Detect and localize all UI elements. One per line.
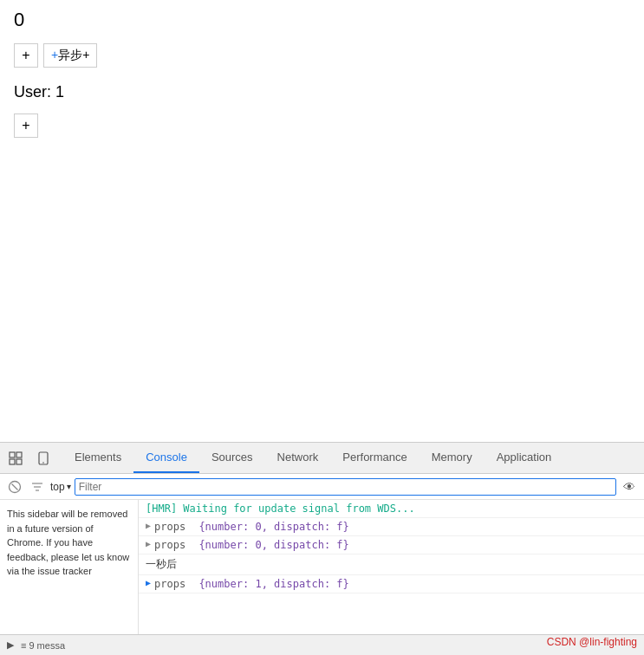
console-filter-input[interactable] xyxy=(75,478,616,496)
console-msg-chinese: 一秒后 xyxy=(139,554,644,575)
tab-console[interactable]: Console xyxy=(133,443,199,473)
tab-performance[interactable]: Performance xyxy=(330,443,419,473)
console-output-area: This sidebar will be removed in a future… xyxy=(0,500,644,634)
message-count: 9 messa xyxy=(29,640,65,651)
svg-line-7 xyxy=(12,483,18,490)
sidebar-text: This sidebar will be removed in a future… xyxy=(7,509,129,576)
chinese-text: 一秒后 xyxy=(146,557,177,572)
user-display: User: 1 xyxy=(14,83,630,101)
message-count-badge: ≡ 9 messa xyxy=(21,640,65,651)
props-label-2: props xyxy=(154,539,185,551)
devtools-panel: Elements Console Sources Network Perform… xyxy=(0,442,644,655)
svg-point-5 xyxy=(42,462,44,464)
plus-button[interactable]: + xyxy=(14,43,38,68)
props-obj-2: {number: 0, dispatch: f} xyxy=(198,539,348,551)
arrow-icon-1[interactable]: ▶ xyxy=(146,521,151,530)
async-plus-button[interactable]: +异步+ xyxy=(43,43,97,68)
props-obj-3: {number: 1, dispatch: f} xyxy=(198,578,348,590)
props-space-1 xyxy=(189,521,195,533)
eye-icon[interactable]: 👁 xyxy=(620,477,639,496)
devtools-tabbar: Elements Console Sources Network Perform… xyxy=(0,443,644,474)
async-plus-icon: + xyxy=(51,48,58,62)
counter-buttons: + +异步+ xyxy=(14,43,630,68)
tab-sources[interactable]: Sources xyxy=(199,443,265,473)
clear-console-icon[interactable] xyxy=(5,477,24,496)
chevron-down-icon: ▾ xyxy=(67,482,71,491)
console-msg-props-3: ▶ props {number: 1, dispatch: f} xyxy=(139,575,644,593)
svg-rect-0 xyxy=(10,452,15,457)
svg-rect-2 xyxy=(10,459,15,464)
list-icon: ≡ xyxy=(21,640,26,651)
props-label-1: props xyxy=(154,521,185,533)
props-space-2 xyxy=(189,539,195,551)
props-label-3: props xyxy=(154,578,185,590)
expand-arrow-icon[interactable]: ▶ xyxy=(146,578,151,587)
log-level-filter[interactable]: top ▾ xyxy=(50,481,71,493)
page-content: 0 + +异步+ User: 1 + xyxy=(0,0,644,442)
svg-rect-3 xyxy=(16,459,22,464)
async-label: 异步+ xyxy=(58,48,89,62)
devtools-left-icons xyxy=(3,446,55,470)
counter-display: 0 xyxy=(14,9,630,31)
user-plus-row: + xyxy=(14,113,630,138)
devtools-device-icon[interactable] xyxy=(31,446,55,470)
watermark: CSDN @lin-fighting xyxy=(547,636,637,648)
console-msg-hmr: [HMR] Waiting for update signal from WDS… xyxy=(139,500,644,518)
console-msg-props-1: ▶ props {number: 0, dispatch: f} xyxy=(139,518,644,536)
props-obj-1: {number: 0, dispatch: f} xyxy=(198,521,348,533)
tab-elements[interactable]: Elements xyxy=(62,443,133,473)
console-toolbar: top ▾ 👁 xyxy=(0,474,644,500)
arrow-icon-2[interactable]: ▶ xyxy=(146,539,151,548)
tab-memory[interactable]: Memory xyxy=(420,443,485,473)
devtools-tabs: Elements Console Sources Network Perform… xyxy=(62,443,563,473)
filter-icon[interactable] xyxy=(28,477,47,496)
console-sidebar: This sidebar will be removed in a future… xyxy=(0,500,139,634)
console-messages: [HMR] Waiting for update signal from WDS… xyxy=(139,500,644,634)
log-level-label: top xyxy=(50,481,65,493)
tab-application[interactable]: Application xyxy=(485,443,564,473)
tab-network[interactable]: Network xyxy=(265,443,331,473)
props-space-3 xyxy=(189,578,195,590)
console-msg-props-2: ▶ props {number: 0, dispatch: f} xyxy=(139,536,644,554)
chevron-right-icon: ▶ xyxy=(7,639,14,651)
hmr-message: [HMR] Waiting for update signal from WDS… xyxy=(146,503,415,515)
user-plus-button[interactable]: + xyxy=(14,113,38,138)
svg-rect-1 xyxy=(16,452,22,457)
devtools-inspect-icon[interactable] xyxy=(3,446,28,470)
